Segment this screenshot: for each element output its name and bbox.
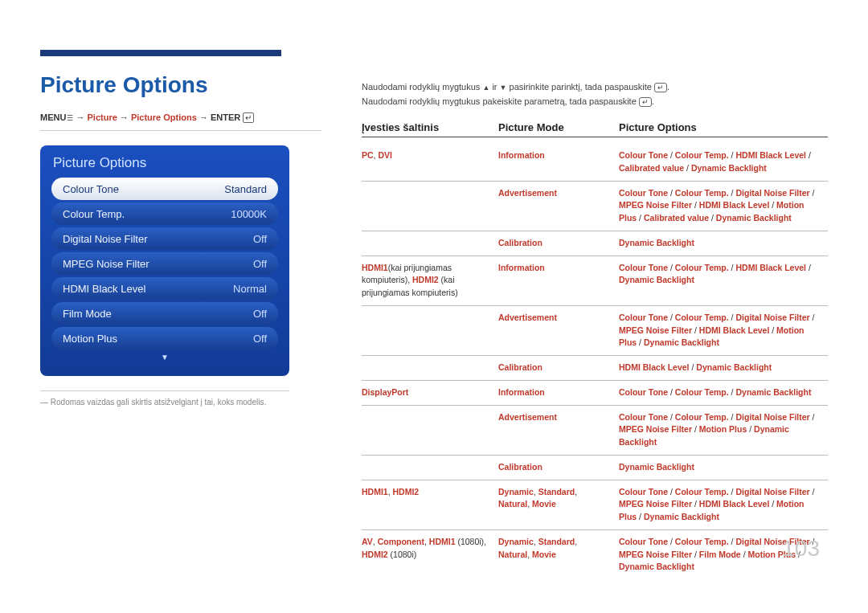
cell-options: Colour Tone / Colour Temp. / HDMI Black … bbox=[619, 262, 828, 300]
cell-mode: Advertisement bbox=[498, 411, 619, 449]
cell-source: HDMI1, HDMI2 bbox=[362, 486, 498, 524]
breadcrumb-arrow: → bbox=[199, 112, 208, 122]
table-row: CalibrationHDMI Black Level / Dynamic Ba… bbox=[362, 356, 828, 381]
table-row: AdvertisementColour Tone / Colour Temp. … bbox=[362, 306, 828, 356]
cell-source bbox=[362, 411, 498, 449]
header-accent-bar bbox=[40, 50, 281, 56]
cell-options: Colour Tone / Colour Temp. / Digital Noi… bbox=[619, 411, 828, 449]
cell-mode: Information bbox=[498, 262, 619, 300]
cell-options: Colour Tone / Colour Temp. / Digital Noi… bbox=[619, 312, 828, 349]
breadcrumb-enter: ENTER bbox=[211, 112, 240, 122]
left-column: Picture Options MENU → Picture → Picture… bbox=[40, 32, 321, 407]
osd-row[interactable]: MPEG Noise FilterOff bbox=[51, 252, 278, 275]
table-header: Įvesties šaltinis Picture Mode Picture O… bbox=[362, 121, 828, 137]
table-row: PC, DVIInformationColour Tone / Colour T… bbox=[362, 144, 828, 182]
osd-row-label: MPEG Noise Filter bbox=[63, 258, 149, 270]
osd-row[interactable]: Colour ToneStandard bbox=[51, 178, 278, 200]
col-header-source: Įvesties šaltinis bbox=[362, 121, 498, 133]
osd-row-value: Standard bbox=[224, 183, 267, 195]
table-row: AdvertisementColour Tone / Colour Temp. … bbox=[362, 406, 828, 456]
table-row: HDMI1, HDMI2Dynamic, Standard, Natural, … bbox=[362, 480, 828, 530]
cell-mode: Dynamic, Standard, Natural, Movie bbox=[498, 536, 619, 574]
col-header-options: Picture Options bbox=[619, 121, 828, 133]
footnote-text: Rodomas vaizdas gali skirtis atsižvelgia… bbox=[51, 398, 266, 407]
osd-row[interactable]: Colour Temp.10000K bbox=[51, 202, 278, 225]
intro-text: Naudodami rodyklių mygtukus ir pasirinki… bbox=[362, 80, 828, 108]
table-row: CalibrationDynamic Backlight bbox=[362, 456, 828, 480]
enter-icon bbox=[654, 82, 667, 92]
page-number: 103 bbox=[782, 536, 820, 562]
osd-row-label: Motion Plus bbox=[63, 333, 117, 345]
cell-options: Colour Tone / Colour Temp. / HDMI Black … bbox=[619, 149, 828, 175]
osd-row[interactable]: Digital Noise FilterOff bbox=[51, 227, 278, 250]
table-row: DisplayPortInformationColour Tone / Colo… bbox=[362, 381, 828, 406]
osd-row-label: Film Mode bbox=[63, 308, 112, 320]
osd-row-label: Colour Temp. bbox=[63, 208, 125, 220]
table-row: HDMI1(kai prijungiamas kompiuteris), HDM… bbox=[362, 256, 828, 306]
breadcrumb-arrow: → bbox=[120, 112, 129, 122]
scroll-down-icon[interactable]: ▼ bbox=[51, 353, 278, 362]
breadcrumb-picture-options: Picture Options bbox=[131, 112, 197, 122]
osd-row-value: Off bbox=[253, 233, 267, 245]
page-title: Picture Options bbox=[40, 72, 321, 98]
breadcrumb-picture: Picture bbox=[88, 112, 117, 122]
table-row: AdvertisementColour Tone / Colour Temp. … bbox=[362, 182, 828, 231]
enter-icon bbox=[243, 112, 254, 122]
cell-options: HDMI Black Level / Dynamic Backlight bbox=[619, 362, 828, 374]
osd-row-value: Off bbox=[253, 333, 267, 345]
cell-options: Colour Tone / Colour Temp. / Dynamic Bac… bbox=[619, 386, 828, 399]
osd-row-label: HDMI Black Level bbox=[63, 283, 145, 295]
osd-row[interactable]: Motion PlusOff bbox=[51, 327, 278, 349]
cell-mode: Information bbox=[498, 149, 619, 175]
osd-row[interactable]: Film ModeOff bbox=[51, 302, 278, 325]
osd-title: Picture Options bbox=[51, 155, 278, 171]
cell-options: Colour Tone / Colour Temp. / Digital Noi… bbox=[619, 187, 828, 225]
cell-mode: Advertisement bbox=[498, 187, 619, 225]
cell-source bbox=[362, 312, 498, 349]
cell-mode: Dynamic, Standard, Natural, Movie bbox=[498, 486, 619, 524]
cell-options: Dynamic Backlight bbox=[619, 461, 828, 474]
breadcrumb-arrow: → bbox=[76, 112, 84, 122]
table-row: AV, Component, HDMI1 (1080i), HDMI2 (108… bbox=[362, 530, 828, 579]
right-column: Naudodami rodyklių mygtukus ir pasirinki… bbox=[362, 32, 828, 579]
cell-source bbox=[362, 187, 498, 225]
osd-row-label: Colour Tone bbox=[63, 183, 119, 195]
options-table: Įvesties šaltinis Picture Mode Picture O… bbox=[362, 121, 828, 579]
cell-source: AV, Component, HDMI1 (1080i), HDMI2 (108… bbox=[362, 536, 498, 574]
cell-source bbox=[362, 362, 498, 374]
cell-source: DisplayPort bbox=[362, 386, 498, 399]
osd-row-value: Off bbox=[253, 308, 267, 320]
intro-text-2b: . bbox=[652, 96, 654, 106]
cell-mode: Calibration bbox=[498, 362, 619, 374]
breadcrumb-menu: MENU bbox=[40, 112, 66, 122]
cell-source bbox=[362, 461, 498, 474]
osd-panel: Picture Options Colour ToneStandardColou… bbox=[40, 145, 289, 376]
cell-options: Dynamic Backlight bbox=[619, 237, 828, 250]
cell-options: Colour Tone / Colour Temp. / Digital Noi… bbox=[619, 486, 828, 524]
osd-row-value: Normal bbox=[233, 283, 267, 295]
cell-source bbox=[362, 237, 498, 250]
intro-text-1c: pasirinkite parinktį, tada paspauskite bbox=[506, 82, 653, 92]
col-header-mode: Picture Mode bbox=[498, 121, 619, 133]
up-arrow-icon bbox=[482, 82, 489, 92]
cell-mode: Calibration bbox=[498, 237, 619, 250]
intro-text-1a: Naudodami rodyklių mygtukus bbox=[362, 82, 482, 92]
osd-row-value: Off bbox=[253, 258, 267, 270]
osd-row[interactable]: HDMI Black LevelNormal bbox=[51, 277, 278, 300]
cell-mode: Calibration bbox=[498, 461, 619, 474]
menu-icon bbox=[66, 112, 73, 122]
breadcrumb: MENU → Picture → Picture Options → ENTER bbox=[40, 112, 321, 131]
enter-icon bbox=[639, 96, 652, 106]
intro-text-1b: ir bbox=[489, 82, 499, 92]
footnote-dash: ― bbox=[40, 398, 48, 407]
osd-row-value: 10000K bbox=[231, 208, 267, 220]
cell-mode: Information bbox=[498, 386, 619, 399]
cell-source: HDMI1(kai prijungiamas kompiuteris), HDM… bbox=[362, 262, 498, 300]
osd-row-label: Digital Noise Filter bbox=[63, 233, 147, 245]
intro-text-1d: . bbox=[667, 82, 669, 92]
cell-mode: Advertisement bbox=[498, 312, 619, 349]
cell-source: PC, DVI bbox=[362, 149, 498, 175]
table-row: CalibrationDynamic Backlight bbox=[362, 231, 828, 256]
intro-text-2a: Naudodami rodyklių mygtukus pakeiskite p… bbox=[362, 96, 639, 106]
footnote: ― Rodomas vaizdas gali skirtis atsižvelg… bbox=[40, 390, 289, 407]
